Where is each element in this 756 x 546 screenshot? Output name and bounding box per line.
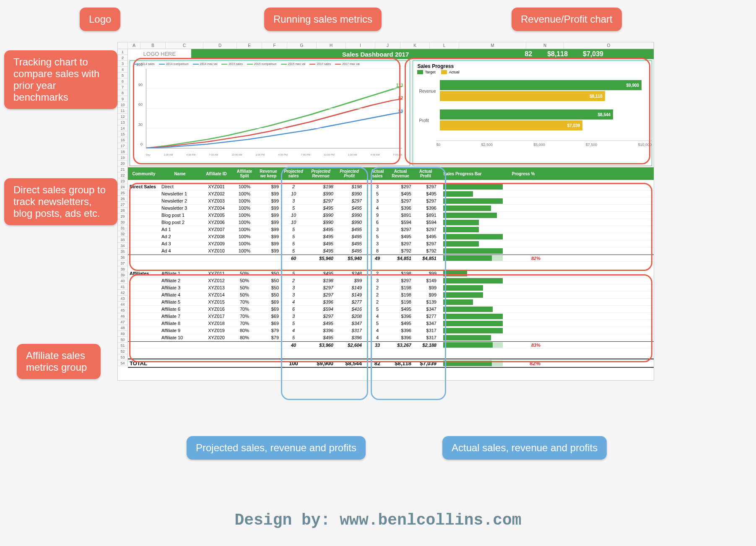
row-29[interactable]: 29: [118, 213, 128, 219]
hdr-ps: Projected sales: [281, 168, 307, 179]
col-M[interactable]: M: [459, 42, 526, 49]
row-28[interactable]: 28: [118, 208, 128, 213]
row-14[interactable]: 14: [118, 125, 128, 131]
row-13[interactable]: 13: [118, 120, 128, 125]
row-19[interactable]: 19: [118, 155, 128, 161]
table-row[interactable]: Affiliate 10 XYZ020 80% $79 5 $495 $396 …: [128, 334, 654, 341]
table-row[interactable]: Blog post 1 XYZ005 100% $99 10 $990 $990…: [128, 212, 654, 219]
row-41[interactable]: 41: [118, 284, 128, 290]
row-49[interactable]: 49: [118, 331, 128, 337]
row-52[interactable]: 52: [118, 348, 128, 354]
col-G[interactable]: G: [287, 42, 317, 49]
col-A[interactable]: A: [128, 42, 140, 49]
row-30[interactable]: 30: [118, 219, 128, 225]
row-42[interactable]: 42: [118, 290, 128, 296]
row-6[interactable]: 6: [118, 78, 128, 84]
row-51[interactable]: 51: [118, 343, 128, 348]
row-32[interactable]: 32: [118, 231, 128, 237]
col-O[interactable]: O: [564, 42, 654, 49]
row-46[interactable]: 46: [118, 313, 128, 319]
tracking-line-chart[interactable]: 2014 sales2014 comparison2014 max val201…: [130, 60, 410, 166]
row-7[interactable]: 7: [118, 84, 128, 90]
row-10[interactable]: 10: [118, 102, 128, 108]
col-D[interactable]: D: [203, 42, 237, 49]
table-row[interactable]: Affiliate 4 XYZ014 50% $50 3 $297 $149 2…: [128, 291, 654, 299]
bar-chart-title: Sales Progress: [413, 61, 652, 70]
row-5[interactable]: 5: [118, 73, 128, 78]
row-18[interactable]: 18: [118, 149, 128, 155]
row-24[interactable]: 24: [118, 184, 128, 190]
col-C[interactable]: C: [166, 42, 203, 49]
table-row[interactable]: Affiliate 3 XYZ013 50% $50 3 $297 $149 2…: [128, 284, 654, 291]
table-row[interactable]: Blog post 2 XYZ006 100% $99 10 $990 $990…: [128, 219, 654, 226]
row-20[interactable]: 20: [118, 161, 128, 166]
row-11[interactable]: 11: [118, 108, 128, 114]
table-row[interactable]: Affiliate 6 XYZ016 70% $69 6 $594 $416 5…: [128, 306, 654, 313]
table-row[interactable]: Ad 3 XYZ009 100% $99 5 $495 $495 3 $297 …: [128, 240, 654, 247]
row-48[interactable]: 48: [118, 325, 128, 331]
hbar-group: Profit $8,544 $7,039: [419, 109, 646, 131]
legend-item: 2017 sales: [309, 62, 331, 65]
hdr-community: Community: [128, 171, 160, 177]
row-22[interactable]: 22: [118, 172, 128, 178]
affiliate-sales-section: Affiliates Affiliate 1 XYZ011 50% $50 5 …: [128, 270, 654, 348]
row-4[interactable]: 4: [118, 67, 128, 73]
row-40[interactable]: 40: [118, 278, 128, 284]
col-L[interactable]: L: [430, 42, 459, 49]
row-35[interactable]: 35: [118, 249, 128, 255]
table-row[interactable]: Affiliates Affiliate 1 XYZ011 50% $50 5 …: [128, 270, 654, 277]
table-row[interactable]: Ad 1 XYZ007 100% $99 5 $495 $495 3 $297 …: [128, 226, 654, 233]
table-row[interactable]: Affiliate 9 XYZ019 80% $79 4 $396 $317 4…: [128, 327, 654, 334]
table-row[interactable]: Newsletter 1 XYZ002 100% $99 10 $990 $99…: [128, 190, 654, 198]
row-43[interactable]: 43: [118, 296, 128, 302]
col-E[interactable]: E: [237, 42, 262, 49]
row-16[interactable]: 16: [118, 137, 128, 143]
table-row[interactable]: Ad 2 XYZ008 100% $99 5 $495 $495 5 $495 …: [128, 233, 654, 240]
row-45[interactable]: 45: [118, 307, 128, 313]
row-8[interactable]: 8: [118, 90, 128, 96]
row-50[interactable]: 50: [118, 337, 128, 343]
col-B[interactable]: B: [140, 42, 166, 49]
column-headers: A B C D E F G H I J K L M N O: [118, 42, 654, 49]
row-27[interactable]: 27: [118, 202, 128, 208]
row-39[interactable]: 39: [118, 272, 128, 278]
table-row[interactable]: Newsletter 3 XYZ004 100% $99 5 $495 $495…: [128, 205, 654, 212]
table-row[interactable]: Affiliate 5 XYZ015 70% $69 4 $396 $277 2…: [128, 299, 654, 306]
col-N[interactable]: N: [526, 42, 564, 49]
row-1[interactable]: 1: [118, 49, 128, 55]
table-row[interactable]: Newsletter 2 XYZ003 100% $99 3 $297 $297…: [128, 198, 654, 205]
row-37[interactable]: 37: [118, 260, 128, 266]
row-3[interactable]: 3: [118, 61, 128, 67]
revenue-profit-bar-chart[interactable]: Sales Progress TargetActual Revenue $9,9…: [413, 60, 652, 166]
table-row[interactable]: Affiliate 2 XYZ012 50% $50 2 $198 $99 3 …: [128, 277, 654, 284]
col-H[interactable]: H: [317, 42, 346, 49]
row-54[interactable]: 54: [118, 360, 128, 366]
row-33[interactable]: 33: [118, 237, 128, 243]
col-J[interactable]: J: [375, 42, 400, 49]
row-25[interactable]: 25: [118, 190, 128, 196]
row-31[interactable]: 31: [118, 225, 128, 231]
row-12[interactable]: 12: [118, 114, 128, 120]
row-17[interactable]: 17: [118, 143, 128, 149]
col-K[interactable]: K: [400, 42, 430, 49]
row-15[interactable]: 15: [118, 131, 128, 137]
row-36[interactable]: 36: [118, 255, 128, 260]
row-44[interactable]: 44: [118, 302, 128, 307]
table-row[interactable]: Direct Sales Direct XYZ001 100% $99 2 $1…: [128, 183, 654, 190]
title-bar: LOGO HERE Sales Dashboard 2017 82 $8,118…: [128, 49, 654, 59]
row-38[interactable]: 38: [118, 266, 128, 272]
table-row[interactable]: Ad 4 XYZ010 100% $99 5 $495 $495 8 $792 …: [128, 247, 654, 255]
row-47[interactable]: 47: [118, 319, 128, 325]
table-row[interactable]: Affiliate 7 XYZ017 70% $69 3 $297 $208 4…: [128, 313, 654, 320]
row-2[interactable]: 2: [118, 55, 128, 61]
table-row[interactable]: Affiliate 8 XYZ018 70% $69 5 $495 $347 5…: [128, 320, 654, 327]
row-21[interactable]: 21: [118, 166, 128, 172]
row-53[interactable]: 53: [118, 354, 128, 360]
col-F[interactable]: F: [262, 42, 287, 49]
col-I[interactable]: I: [346, 42, 375, 49]
row-34[interactable]: 34: [118, 243, 128, 249]
row-23[interactable]: 23: [118, 178, 128, 184]
legend-item: 2015 comparison: [247, 62, 277, 65]
row-26[interactable]: 26: [118, 196, 128, 202]
row-9[interactable]: 9: [118, 96, 128, 102]
